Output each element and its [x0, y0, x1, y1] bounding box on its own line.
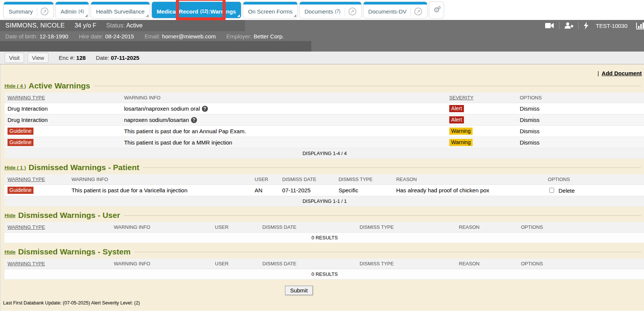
- section-rule: [143, 167, 641, 168]
- separator: |: [597, 70, 599, 76]
- visit-button[interactable]: Visit: [5, 53, 24, 63]
- table-row: Drug Interaction losartan/naproxen sodiu…: [5, 103, 644, 114]
- databank-update-note: Last First Databank Update: (07-05-2025)…: [3, 300, 644, 306]
- tab-label: Documents-DV: [368, 8, 407, 15]
- encounter-date: Date:07-11-2025: [96, 55, 139, 61]
- severity-badge: Alert: [449, 116, 464, 123]
- empty-results: 0 RESULTS: [5, 233, 644, 243]
- tab-count: (4): [79, 9, 84, 14]
- popout-icon[interactable]: ↗: [349, 8, 356, 15]
- warning-type: Drug Interaction: [5, 103, 121, 114]
- paging-status: DISPLAYING 1-4 / 4: [5, 148, 644, 159]
- column-warning-info: WARNING INFO: [111, 222, 212, 233]
- submit-button[interactable]: Submit: [285, 286, 313, 295]
- column-reason: REASON: [393, 174, 545, 185]
- section-title: Dismissed Warnings - System: [18, 247, 130, 256]
- tab-divider: [411, 8, 411, 16]
- column-dismiss-type: DISMISS TYPE: [357, 259, 456, 269]
- dismiss-link[interactable]: Dismiss: [517, 103, 644, 114]
- column-warning-type[interactable]: WARNING TYPE: [5, 174, 68, 185]
- warning-type-badge: Guideline: [8, 139, 33, 146]
- warning-info: This patient is past due for an Annual P…: [121, 126, 446, 137]
- section-title: Dismissed Warnings - Patient: [29, 163, 139, 172]
- tab-count: (7): [335, 9, 341, 14]
- section-rule: [134, 252, 641, 252]
- warning-type: Drug Interaction: [5, 114, 121, 126]
- patient-name: SIMMONS, NICOLE: [5, 22, 65, 29]
- tab-health-surveillance[interactable]: Health Surveillance: [91, 2, 149, 18]
- table-row: Guideline This patient is past due for a…: [5, 137, 644, 148]
- video-camera-icon[interactable]: [540, 23, 559, 29]
- column-dismiss-date: DISMISS DATE: [259, 222, 357, 233]
- tab-summary[interactable]: Summary ↗: [4, 2, 53, 18]
- paging-status: DISPLAYING 1-1 / 1: [5, 196, 644, 207]
- column-warning-type[interactable]: WARNING TYPE: [5, 93, 121, 103]
- tab-admin[interactable]: Admin (4): [56, 2, 89, 18]
- bar-chart-icon[interactable]: [631, 22, 644, 29]
- dismissed-patient-table: WARNING TYPE WARNING INFO USER DISMISS D…: [5, 174, 644, 207]
- tab-label: Documents: [305, 8, 333, 15]
- popout-icon[interactable]: ↗: [41, 8, 48, 15]
- help-icon[interactable]: ?: [202, 106, 208, 112]
- dob-field: Date of birth:12-18-1990: [5, 33, 68, 40]
- column-options: OPTIONS: [518, 259, 644, 269]
- dismissed-system-header: Hide Dismissed Warnings - System: [5, 247, 641, 256]
- warning-info: losartan/naproxen sodium oral: [124, 105, 200, 112]
- encounter-bar: Visit View Enc #:128 Date:07-11-2025: [0, 52, 644, 64]
- add-user-icon[interactable]: [559, 22, 578, 29]
- tab-on-screen-forms[interactable]: On Screen Forms: [243, 2, 297, 18]
- add-document-link[interactable]: Add Document: [602, 70, 642, 76]
- view-button[interactable]: View: [27, 53, 48, 63]
- section-title: Active Warnings: [29, 81, 90, 90]
- warning-info: This patient is past due for a Varicella…: [68, 185, 252, 196]
- tab-label: Summary: [9, 8, 33, 15]
- popout-icon[interactable]: ↗: [414, 8, 422, 15]
- column-dismiss-type: DISMISS TYPE: [335, 174, 393, 185]
- column-dismiss-date: DISMISS DATE: [259, 259, 357, 269]
- tab-documents-dv[interactable]: Documents-DV ↗: [364, 2, 427, 18]
- hide-dismissed-patient-link[interactable]: Hide ( 1 ): [5, 165, 26, 170]
- main-content: | Add Document Hide ( 4 ) Active Warning…: [0, 64, 644, 311]
- hire-date-field: Hire date:08-24-2015: [79, 33, 134, 40]
- dismissed-patient-header: Hide ( 1 ) Dismissed Warnings - Patient: [5, 163, 641, 172]
- flash-icon[interactable]: [579, 22, 594, 29]
- dismissed-user-table: WARNING TYPE WARNING INFO USER DISMISS D…: [5, 222, 644, 243]
- dismiss-link[interactable]: Dismiss: [517, 126, 644, 137]
- column-user: USER: [252, 174, 279, 185]
- column-user: USER: [212, 259, 259, 269]
- delete-checkbox[interactable]: [549, 188, 554, 193]
- tab-bar: Summary ↗ Admin (4) Health Surveillance …: [0, 0, 644, 20]
- warning-info: naproxen sodium/losartan: [124, 117, 189, 123]
- column-severity[interactable]: SEVERITY: [446, 93, 517, 103]
- warning-type-badge: Guideline: [8, 187, 33, 194]
- patient-status: Status: Active: [106, 22, 142, 29]
- hide-dismissed-user-link[interactable]: Hide: [5, 213, 15, 218]
- settings-button[interactable]: ⚙ ⚙: [429, 2, 444, 18]
- hide-dismissed-system-link[interactable]: Hide: [5, 249, 15, 255]
- column-warning-type[interactable]: WARNING TYPE: [5, 259, 111, 269]
- active-warnings-table: WARNING TYPE WARNING INFO SEVERITY OPTIO…: [5, 93, 644, 159]
- column-warning-type[interactable]: WARNING TYPE: [5, 222, 111, 233]
- delete-label: Delete: [558, 187, 574, 194]
- patient-age-sex: 34 y/o F: [74, 22, 96, 29]
- dismiss-date-value: 07-11-2025: [279, 185, 336, 196]
- tab-divider: [345, 8, 345, 16]
- tab-documents[interactable]: Documents (7) ↗: [300, 2, 361, 18]
- severity-badge: Warning: [449, 139, 473, 146]
- patient-header: SIMMONS, NICOLE 34 y/o F Status: Active …: [0, 20, 644, 52]
- employer-field: Employer:Better Corp.: [226, 33, 284, 40]
- table-row: Drug Interaction naproxen sodium/losarta…: [5, 114, 644, 126]
- table-row: Guideline This patient is past due for a…: [5, 126, 644, 137]
- severity-badge: Warning: [449, 128, 473, 135]
- column-options: OPTIONS: [545, 174, 644, 185]
- tab-label: Health Surveillance: [96, 8, 144, 15]
- active-warnings-header: Hide ( 4 ) Active Warnings: [5, 81, 641, 90]
- hide-active-warnings-link[interactable]: Hide ( 4 ): [5, 83, 26, 89]
- help-icon[interactable]: ?: [191, 117, 197, 123]
- patient-id: TEST-10030: [594, 23, 631, 29]
- dismiss-link[interactable]: Dismiss: [517, 137, 644, 148]
- column-reason: REASON: [456, 259, 518, 269]
- column-reason: REASON: [456, 222, 518, 233]
- warning-type-badge: Guideline: [8, 128, 33, 135]
- dismiss-link[interactable]: Dismiss: [517, 114, 644, 126]
